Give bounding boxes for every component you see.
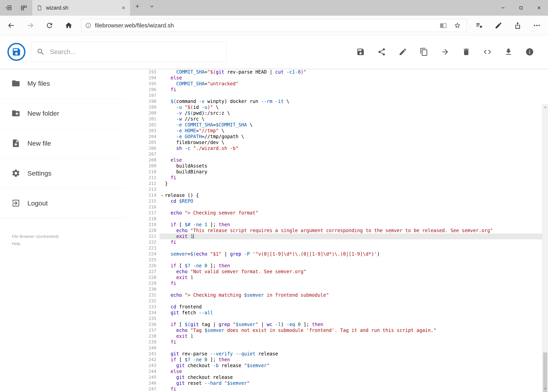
copy-button[interactable] xyxy=(413,41,435,63)
code-line[interactable]: 202 -e COMMIT_SHA=$COMMIT_SHA \ xyxy=(126,122,548,128)
delete-button[interactable] xyxy=(456,41,477,63)
code-line[interactable]: 228 exit 1 xyxy=(126,275,548,280)
url-input[interactable] xyxy=(95,22,435,29)
code-line[interactable]: 210 buildBinary xyxy=(126,169,548,175)
code-line[interactable]: 246 git reset --hard "$semver" xyxy=(126,380,548,386)
code-line[interactable]: 200 -v /$(pwd):/src:z \ xyxy=(126,110,548,116)
code-line[interactable]: 230 xyxy=(126,286,548,292)
info-button[interactable] xyxy=(519,41,540,63)
code-line[interactable]: 209 buildAssets xyxy=(126,163,548,169)
code-line[interactable]: 247 fi xyxy=(126,386,548,392)
code-line[interactable]: 241 git rev-parse --verify --quiet relea… xyxy=(126,351,548,357)
code-line[interactable]: 235 xyxy=(126,316,548,322)
tab-close-button[interactable] xyxy=(121,6,126,10)
sidebar-item-new-folder[interactable]: New folder xyxy=(0,98,126,128)
address-bar[interactable] xyxy=(81,19,467,32)
code-line[interactable]: 229 fi xyxy=(126,280,548,286)
code-line[interactable]: 195 COMMIT_SHA="untracked" xyxy=(126,81,548,87)
sidebar-item-logout[interactable]: Logout xyxy=(0,188,126,218)
code-line[interactable]: 224 semver=$(echo "$1" | grep -P '^v(0|[… xyxy=(126,251,548,257)
code-line[interactable]: 231 echo "> Checking matching $semver in… xyxy=(126,292,548,298)
help-link[interactable]: Help xyxy=(12,240,126,247)
code-line[interactable]: 234 git fetch --all xyxy=(126,310,548,316)
code-line[interactable]: 245 git checkout release xyxy=(126,374,548,380)
code-line[interactable]: 223 xyxy=(126,245,548,251)
home-button[interactable] xyxy=(59,16,78,35)
code-line[interactable]: 204 -e GOPATH=//tmp/gopath \ xyxy=(126,134,548,140)
code-line[interactable]: 243 git checkout -b release "$semver" xyxy=(126,363,548,369)
fold-arrow-icon[interactable]: ▾ xyxy=(160,192,165,198)
window-close-button[interactable] xyxy=(530,0,548,16)
code-line[interactable]: 221 exit 1 xyxy=(126,233,548,239)
share-button[interactable] xyxy=(508,16,527,35)
rename-button[interactable] xyxy=(392,41,413,63)
code-line[interactable]: 232 xyxy=(126,298,548,304)
code-line[interactable]: 203 -e HOME="//tmp" \ xyxy=(126,128,548,134)
site-info-icon[interactable] xyxy=(85,22,91,28)
code-line[interactable]: 217 echo "> Checking semver format" xyxy=(126,210,548,216)
code-line[interactable]: 207 xyxy=(126,151,548,157)
code-line[interactable]: 225 xyxy=(126,257,548,263)
code-line[interactable]: 238 exit 1 xyxy=(126,333,548,339)
code-line[interactable]: 244 else xyxy=(126,369,548,374)
download-button[interactable] xyxy=(498,41,519,63)
code-line[interactable]: 206 sh -c "./wizard.sh -b" xyxy=(126,145,548,151)
code-line[interactable]: 233 cd frontend xyxy=(126,304,548,310)
code-line[interactable]: 242 if [ $? -ne 0 ]; then xyxy=(126,357,548,363)
forward-button[interactable] xyxy=(21,16,40,35)
search-input[interactable] xyxy=(49,48,221,56)
refresh-button[interactable] xyxy=(40,16,59,35)
code-line[interactable]: 240 xyxy=(126,345,548,351)
more-options-button[interactable] xyxy=(527,16,547,35)
window-minimize-button[interactable] xyxy=(494,0,512,16)
code-line[interactable]: 211 fi xyxy=(126,175,548,181)
code-line[interactable]: 236 if [ $(git tag | grep "$semver" | wc… xyxy=(126,322,548,327)
code-line[interactable]: 220 echo "This release script requires a… xyxy=(126,228,548,233)
hub-button[interactable] xyxy=(470,16,489,35)
code-line[interactable]: 237 echo "Tag $semver does not exist in … xyxy=(126,327,548,333)
code-editor[interactable]: 193 COMMIT_SHA="$(git rev-parse HEAD | c… xyxy=(126,69,548,392)
scroll-down-arrow[interactable] xyxy=(542,385,548,392)
browser-tab-wizard-sh[interactable]: wizard.sh xyxy=(32,0,130,16)
code-line[interactable]: 218 xyxy=(126,216,548,222)
code-line[interactable]: 216 xyxy=(126,204,548,210)
move-button[interactable] xyxy=(435,41,456,63)
code-line[interactable]: 226 if [ $? -ne 0 ]; then xyxy=(126,263,548,269)
back-button[interactable] xyxy=(1,16,21,35)
code-line[interactable]: 213 xyxy=(126,187,548,192)
tabs-preview-button[interactable] xyxy=(18,1,30,14)
code-line[interactable]: 239 fi xyxy=(126,339,548,345)
code-view-button[interactable] xyxy=(477,41,498,63)
page-scrollbar[interactable] xyxy=(542,104,548,392)
code-line[interactable]: 215 cd $REPO xyxy=(126,198,548,204)
code-line[interactable]: 193 COMMIT_SHA="$(git rev-parse HEAD | c… xyxy=(126,69,548,75)
set-tabs-aside-button[interactable] xyxy=(2,1,15,14)
code-line[interactable]: 227 echo "Not valid semver format. See s… xyxy=(126,269,548,275)
scroll-up-arrow[interactable] xyxy=(542,104,548,111)
reading-view-button[interactable] xyxy=(438,20,449,31)
share-file-button[interactable] xyxy=(371,41,392,63)
code-line[interactable]: 205 filebrowser/dev \ xyxy=(126,140,548,145)
code-line[interactable]: 219 if [ $# -ne 1 ]; then xyxy=(126,222,548,228)
code-line[interactable]: 196 fi xyxy=(126,87,548,93)
code-line[interactable]: 208 else xyxy=(126,157,548,163)
sidebar-item-settings[interactable]: Settings xyxy=(0,158,126,188)
code-line[interactable]: 198 $(command -v winpty) docker run --rm… xyxy=(126,98,548,104)
code-line[interactable]: 222 fi xyxy=(126,239,548,245)
code-line[interactable]: 212} xyxy=(126,181,548,187)
code-line[interactable]: 199 -u "$(id -u)" \ xyxy=(126,104,548,110)
search-box[interactable] xyxy=(31,42,227,62)
code-line[interactable]: 197 xyxy=(126,93,548,98)
save-button[interactable] xyxy=(350,41,371,63)
favorite-star-button[interactable] xyxy=(452,20,463,31)
window-maximize-button[interactable] xyxy=(512,0,530,16)
code-line[interactable]: 194 else xyxy=(126,75,548,81)
web-note-button[interactable] xyxy=(489,16,508,35)
tab-preview-chevron-button[interactable] xyxy=(145,0,159,13)
code-line[interactable]: 201 -w //src \ xyxy=(126,116,548,122)
filebrowser-logo[interactable] xyxy=(7,43,25,61)
sidebar-item-new-file[interactable]: New file xyxy=(0,128,126,158)
new-tab-button[interactable] xyxy=(130,0,145,13)
code-line[interactable]: 214▾release () { xyxy=(126,192,548,198)
sidebar-item-my-files[interactable]: My files xyxy=(0,69,126,98)
